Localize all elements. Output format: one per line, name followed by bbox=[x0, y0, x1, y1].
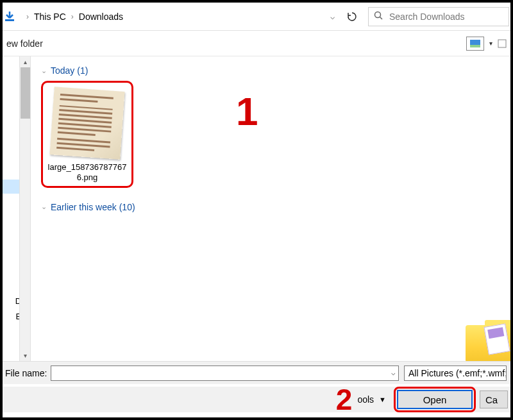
group-today[interactable]: ⌄ Today (1) bbox=[41, 65, 500, 76]
filename-label: File name: bbox=[5, 368, 47, 378]
file-name: large_1587367877676.png bbox=[46, 162, 129, 183]
address-dropdown-icon[interactable]: ⌵ bbox=[324, 12, 341, 21]
download-location-icon[interactable] bbox=[4, 11, 15, 22]
group-earlier-label: Earlier this week bbox=[51, 202, 117, 212]
tools-dropdown-icon: ▼ bbox=[379, 396, 386, 403]
navigation-tree[interactable]: D:) E:) ▴ ▾ bbox=[3, 56, 31, 361]
tools-label: ools bbox=[357, 394, 374, 405]
folder-icon[interactable] bbox=[460, 303, 510, 361]
file-list-pane[interactable]: ⌄ Today (1) large_1587367877676.png 1 ⌄ … bbox=[31, 56, 510, 361]
file-item-selected[interactable]: large_1587367877676.png bbox=[41, 81, 133, 188]
filetype-filter-text: All Pictures (*.emf;*.wmf;*. bbox=[408, 368, 507, 378]
svg-point-1 bbox=[375, 12, 381, 18]
annotation-step-2: 2 bbox=[336, 382, 353, 417]
filename-input[interactable]: ⌵ bbox=[51, 365, 399, 381]
group-earlier-count: (10) bbox=[119, 202, 135, 212]
breadcrumb[interactable]: › This PC › Downloads bbox=[18, 7, 324, 26]
scroll-down-icon[interactable]: ▾ bbox=[24, 350, 27, 361]
chevron-right-icon: › bbox=[71, 12, 74, 21]
chevron-down-icon: ⌄ bbox=[41, 67, 47, 75]
scroll-thumb[interactable] bbox=[21, 67, 30, 119]
svg-rect-4 bbox=[470, 45, 480, 47]
help-icon[interactable] bbox=[498, 39, 507, 48]
filetype-filter[interactable]: All Pictures (*.emf;*.wmf;*. bbox=[404, 365, 507, 381]
open-button-label: Open bbox=[423, 394, 447, 405]
chevron-right-icon: › bbox=[26, 12, 29, 21]
svg-rect-3 bbox=[470, 40, 480, 45]
annotation-step-1: 1 bbox=[236, 88, 258, 134]
filename-dropdown-icon[interactable]: ⌵ bbox=[391, 369, 396, 377]
breadcrumb-downloads[interactable]: Downloads bbox=[79, 12, 123, 22]
group-today-count: (1) bbox=[77, 65, 88, 76]
refresh-button[interactable] bbox=[341, 7, 363, 26]
file-thumbnail bbox=[49, 87, 124, 159]
svg-rect-0 bbox=[5, 19, 14, 21]
chevron-down-icon: ⌄ bbox=[41, 203, 47, 211]
view-dropdown-icon[interactable]: ▾ bbox=[489, 40, 492, 47]
group-today-label: Today bbox=[51, 65, 74, 76]
search-placeholder: Search Downloads bbox=[389, 12, 465, 22]
cancel-button[interactable]: Ca bbox=[480, 391, 508, 408]
view-options-button[interactable] bbox=[466, 37, 484, 51]
annotation-highlight-open: Open bbox=[394, 387, 476, 412]
open-button[interactable]: Open bbox=[397, 390, 473, 409]
search-icon bbox=[374, 11, 383, 22]
cancel-button-label: Ca bbox=[485, 394, 498, 405]
tools-menu[interactable]: ools ▼ bbox=[357, 394, 386, 405]
breadcrumb-this-pc[interactable]: This PC bbox=[34, 12, 66, 22]
new-folder-button[interactable]: ew folder bbox=[6, 38, 43, 49]
scroll-up-icon[interactable]: ▴ bbox=[24, 56, 27, 67]
search-input[interactable]: Search Downloads bbox=[368, 7, 509, 26]
nav-scrollbar[interactable]: ▴ ▾ bbox=[19, 56, 30, 361]
svg-rect-5 bbox=[498, 40, 506, 47]
group-earlier-week[interactable]: ⌄ Earlier this week (10) bbox=[41, 202, 500, 212]
svg-line-2 bbox=[380, 17, 383, 20]
